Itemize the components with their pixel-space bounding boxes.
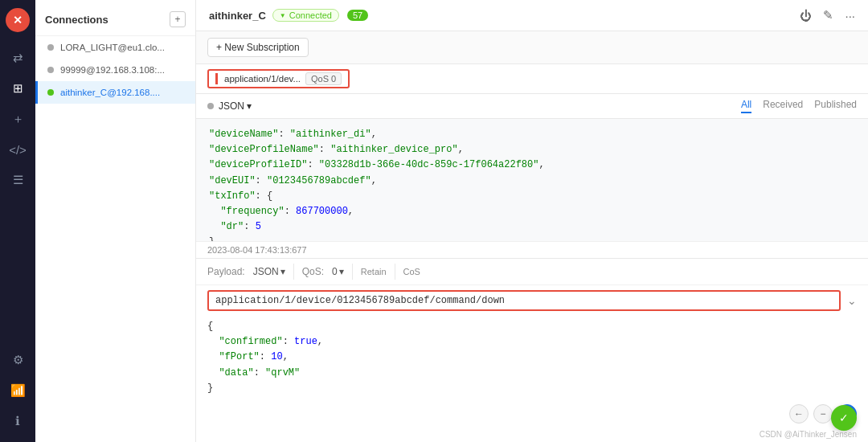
app-logo: ✕ bbox=[6, 8, 30, 32]
clear-button[interactable]: − bbox=[813, 404, 833, 424]
publish-actions: ← − → bbox=[196, 401, 868, 428]
page-title: aithinker_C bbox=[209, 10, 266, 22]
connections-nav-icon[interactable]: ⇄ bbox=[5, 45, 31, 71]
qos-pub-select[interactable]: 0 ▾ bbox=[332, 266, 344, 277]
expand-button[interactable]: ⌄ bbox=[847, 294, 857, 307]
publish-format-select[interactable]: JSON ▾ bbox=[253, 266, 285, 277]
qos-pub-label: QoS: bbox=[302, 266, 324, 277]
publish-json-content: { "confirmed": true, "fPort": 10, "data"… bbox=[196, 316, 868, 401]
connection-item-lora[interactable]: LORA_LIGHT@eu1.clo... bbox=[35, 36, 195, 59]
publish-area: Payload: JSON ▾ QoS: 0 ▾ Retain CoS ⌄ { … bbox=[196, 258, 868, 442]
message-timestamp: 2023-08-04 17:43:13:677 bbox=[196, 241, 868, 258]
filter-tabs: All Received Published bbox=[741, 99, 857, 113]
pub-line-5: } bbox=[207, 381, 857, 396]
message-line-6: "frequency": 867700000, bbox=[209, 204, 855, 219]
connected-badge: Connected bbox=[272, 9, 339, 22]
toolbar-divider2 bbox=[352, 264, 353, 280]
message-line-5: "txInfo": { bbox=[209, 189, 855, 204]
connection-dot-gray2 bbox=[47, 67, 54, 73]
connection-label-99999: 99999@192.168.3.108:... bbox=[60, 65, 165, 75]
chevron-down-icon: ▾ bbox=[247, 100, 252, 112]
edit-button[interactable]: ✎ bbox=[823, 8, 833, 23]
new-subscription-button[interactable]: + New Subscription bbox=[207, 38, 309, 57]
connection-label-lora: LORA_LIGHT@eu1.clo... bbox=[60, 43, 165, 52]
back-button[interactable]: ← bbox=[789, 404, 809, 424]
signal-nav-icon[interactable]: 📶 bbox=[5, 378, 31, 403]
code-nav-icon[interactable]: </> bbox=[5, 137, 31, 162]
connection-item-aithinker[interactable]: aithinker_C@192.168.... bbox=[35, 81, 195, 104]
message-line-3: "deviceProfileID": "03328d1b-366e-40dc-8… bbox=[209, 158, 855, 173]
publish-toolbar: Payload: JSON ▾ QoS: 0 ▾ Retain CoS bbox=[196, 259, 868, 285]
message-line-7: "dr": 5 bbox=[209, 219, 855, 235]
cos-label: CoS bbox=[403, 267, 420, 276]
connections-sidebar: Connections + LORA_LIGHT@eu1.clo... 9999… bbox=[35, 0, 196, 442]
qos-chevron-icon: ▾ bbox=[339, 266, 344, 277]
json-toolbar: JSON ▾ All Received Published bbox=[196, 94, 868, 119]
info-nav-icon[interactable]: ℹ bbox=[5, 408, 31, 434]
connection-label-aithinker: aithinker_C@192.168.... bbox=[60, 88, 160, 97]
connection-dot-gray bbox=[47, 44, 54, 51]
power-button[interactable]: ⏻ bbox=[800, 9, 812, 23]
add-connection-button[interactable]: + bbox=[170, 11, 186, 27]
connections-title: Connections bbox=[45, 14, 108, 26]
settings-nav-icon[interactable]: ⚙ bbox=[5, 347, 31, 373]
json-status-dot bbox=[207, 103, 214, 109]
connected-label: Connected bbox=[289, 10, 332, 20]
new-sub-label: + New Subscription bbox=[216, 42, 300, 53]
json-format-select[interactable]: JSON ▾ bbox=[219, 100, 252, 112]
topic-tag[interactable]: application/1/dev... QoS 0 bbox=[207, 69, 350, 88]
payload-label: Payload: bbox=[207, 266, 245, 277]
message-line-4: "devEUI": "0123456789abcdef", bbox=[209, 174, 855, 189]
more-button[interactable]: ··· bbox=[845, 9, 855, 23]
message-line-8: }, bbox=[209, 235, 855, 241]
toolbar-divider3 bbox=[395, 264, 395, 280]
json-content-area: "deviceName": "aithinker_di", "devicePro… bbox=[196, 119, 868, 241]
connections-header: Connections + bbox=[35, 0, 195, 36]
icon-sidebar: ✕ ⇄ ⊞ ＋ </> ☰ ⚙ 📶 ℹ bbox=[0, 0, 35, 442]
connection-item-99999[interactable]: 99999@192.168.3.108:... bbox=[35, 59, 195, 81]
publish-topic-input[interactable] bbox=[207, 290, 841, 311]
fab-button[interactable]: ✓ bbox=[831, 405, 857, 431]
pub-line-3: "fPort": 10, bbox=[207, 350, 857, 365]
format-chevron-icon: ▾ bbox=[280, 266, 285, 277]
topic-display: application/1/dev... bbox=[224, 74, 301, 84]
plus-nav-icon[interactable]: ＋ bbox=[5, 106, 31, 132]
topic-bar-indicator bbox=[215, 73, 218, 84]
connection-dot-green bbox=[47, 89, 54, 96]
footer-text: CSDN @AiThinker_Jensen bbox=[196, 428, 868, 442]
list-nav-icon[interactable]: ☰ bbox=[5, 167, 31, 193]
pub-line-2: "confirmed": true, bbox=[207, 334, 857, 350]
pub-line-4: "data": "qrvM" bbox=[207, 366, 857, 381]
publish-topic-bar: ⌄ bbox=[196, 285, 868, 316]
filter-all-tab[interactable]: All bbox=[741, 99, 751, 113]
filter-published-tab[interactable]: Published bbox=[814, 99, 857, 113]
subscription-bar: + New Subscription bbox=[196, 31, 868, 64]
retain-label: Retain bbox=[361, 267, 387, 276]
top-bar: aithinker_C Connected 57 ⏻ ✎ ··· bbox=[196, 0, 868, 31]
toolbar-divider bbox=[293, 264, 294, 280]
active-connections-icon[interactable]: ⊞ bbox=[5, 76, 31, 101]
qos-badge: QoS 0 bbox=[305, 72, 342, 85]
filter-received-tab[interactable]: Received bbox=[763, 99, 803, 113]
pub-line-1: { bbox=[207, 319, 857, 334]
main-content: aithinker_C Connected 57 ⏻ ✎ ··· + New S… bbox=[196, 0, 868, 442]
top-bar-actions: ⏻ ✎ ··· bbox=[800, 8, 855, 23]
message-count-badge: 57 bbox=[347, 10, 368, 21]
topic-row: application/1/dev... QoS 0 bbox=[196, 64, 868, 94]
message-line-2: "deviceProfileName": "aithinker_device_p… bbox=[209, 142, 855, 158]
message-line-1: "deviceName": "aithinker_di", bbox=[209, 127, 855, 142]
